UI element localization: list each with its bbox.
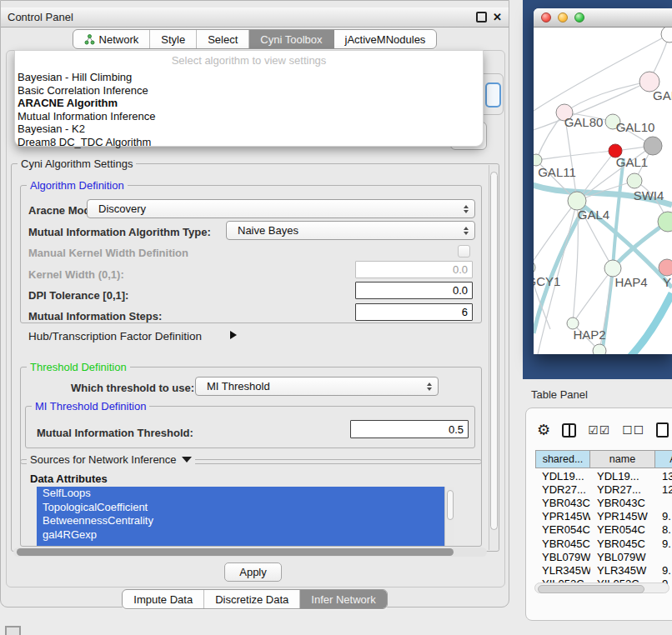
combo-spinner-icon — [464, 205, 469, 213]
cell-value: 12 — [655, 483, 672, 496]
network-node[interactable] — [534, 154, 542, 166]
sources-group-title[interactable]: Sources for Network Inference — [27, 453, 195, 466]
mi-steps-field[interactable] — [355, 303, 473, 321]
table-row[interactable]: YDL19... YDL19... 13 — [535, 469, 672, 482]
window-buttons: ✕ — [476, 12, 509, 22]
close-icon[interactable]: ✕ — [493, 13, 502, 22]
float-window-icon[interactable] — [476, 12, 487, 22]
settings-vscroll-thumb[interactable] — [490, 172, 498, 530]
columns-icon[interactable] — [562, 423, 576, 438]
dropdown-item[interactable]: Bayesian - K2 — [15, 122, 483, 136]
tab-cyni-toolbox[interactable]: Cyni Toolbox — [249, 30, 333, 48]
table-row[interactable]: YBR043C YBR043C — [535, 496, 672, 509]
aracne-mode-combo[interactable]: Discovery — [87, 199, 475, 218]
dropdown-item[interactable]: Bayesian - Hill Climbing — [15, 71, 483, 84]
network-node[interactable] — [534, 261, 535, 274]
kernel-width-field[interactable] — [355, 261, 473, 278]
network-window-titlebar[interactable] — [534, 8, 672, 28]
column-header-shared-name[interactable]: shared... — [535, 450, 590, 468]
tab-network[interactable]: Network — [73, 30, 151, 48]
column-header-name[interactable]: name — [590, 450, 655, 468]
mac-minimize-icon[interactable] — [558, 12, 568, 22]
tab-discretize-data[interactable]: Discretize Data — [204, 590, 300, 608]
dropdown-item[interactable]: Basic Correlation Inference — [15, 84, 483, 98]
tab-select[interactable]: Select — [197, 30, 249, 48]
cell-value: 9. — [655, 564, 672, 577]
cell-name: YDR27... — [590, 483, 655, 496]
data-attributes-list[interactable]: SelfLoops TopologicalCoefficient Between… — [37, 487, 444, 546]
aracne-mode-value: Discovery — [98, 202, 146, 215]
network-node[interactable] — [604, 260, 621, 277]
attribute-item[interactable]: TopologicalCoefficient — [37, 501, 444, 515]
cell-shared-name: YER054C — [535, 523, 590, 536]
minimized-panel-icon[interactable] — [5, 626, 21, 635]
mi-threshold-field[interactable] — [350, 420, 469, 438]
column-header-partial[interactable]: A — [655, 450, 672, 468]
network-node[interactable] — [659, 259, 672, 276]
settings-vertical-scrollbar[interactable] — [489, 165, 499, 550]
apply-button[interactable]: Apply — [224, 562, 282, 582]
dropdown-item[interactable]: Dream8 DC_TDC Algorithm — [15, 136, 483, 149]
select-all-checkboxes-icon[interactable]: ☑☑ — [588, 423, 610, 437]
table-row[interactable]: YLR345W YLR345W 9. — [535, 563, 672, 577]
control-panel-titlebar[interactable]: Control Panel ✕ — [1, 8, 509, 28]
cell-value: 9. — [655, 538, 672, 550]
tab-label: Style — [161, 33, 185, 46]
table-row[interactable]: YPR145W YPR145W 9. — [535, 510, 672, 523]
cell-shared-name: YDL19... — [535, 470, 590, 482]
cell-shared-name: YLR345W — [535, 564, 590, 577]
mac-close-icon[interactable] — [541, 12, 551, 22]
network-graph[interactable]: GAL80 GAL10 GAL1 GAL11 SWI4 GAL4 GCY1 HA… — [534, 28, 672, 354]
tab-style[interactable]: Style — [150, 30, 197, 48]
gear-icon[interactable]: ⚙ — [537, 422, 550, 438]
tab-infer-network[interactable]: Infer Network — [300, 590, 386, 608]
settings-horizontal-scrollbar[interactable] — [13, 548, 487, 557]
deselect-all-checkboxes-icon[interactable]: ☐☐ — [622, 423, 644, 437]
attribute-list-scrollbar[interactable] — [444, 487, 454, 546]
table-row[interactable]: YER054C YER054C 8. — [535, 523, 672, 537]
network-canvas[interactable]: GAL80 GAL10 GAL1 GAL11 SWI4 GAL4 GCY1 HA… — [534, 28, 672, 354]
node-label-cut: GAL — [653, 88, 672, 102]
tab-label: Select — [208, 33, 238, 46]
node-label: GAL10 — [616, 120, 655, 134]
hub-definition-label[interactable]: Hub/Transcription Factor Definition — [28, 330, 202, 342]
network-node[interactable] — [627, 173, 642, 188]
table-row[interactable]: YDR27... YDR27... 12 — [535, 482, 672, 496]
dropdown-item[interactable]: Mutual Information Inference — [15, 110, 483, 123]
attribute-item[interactable]: gal4RGexp — [37, 528, 444, 542]
table-body[interactable]: YDL19... YDL19... 13 YDR27... YDR27... 1… — [535, 469, 672, 584]
node-label-cut: Y — [663, 275, 671, 289]
table-row[interactable]: YBL079W YBL079W — [535, 550, 672, 563]
tab-label: Infer Network — [311, 593, 375, 606]
dpi-tolerance-field[interactable] — [355, 282, 473, 299]
attribute-item[interactable]: BetweennessCentrality — [37, 514, 444, 528]
dropdown-item-selected[interactable]: ARACNE Algorithm — [15, 97, 483, 110]
tab-impute-data[interactable]: Impute Data — [123, 590, 204, 608]
export-table-icon[interactable] — [656, 422, 669, 438]
table-row[interactable]: YBR045C YBR045C 9. — [535, 537, 672, 550]
collapse-down-icon[interactable] — [182, 457, 192, 462]
top-tabs: Network Style Select Cyni Toolbox jActiv… — [73, 29, 438, 49]
network-node[interactable] — [593, 344, 606, 354]
manual-kernel-checkbox[interactable] — [458, 245, 470, 258]
cell-name: YDL19... — [590, 470, 655, 482]
attribute-item[interactable]: SelfLoops — [37, 487, 444, 501]
network-window[interactable]: GAL80 GAL10 GAL1 GAL11 SWI4 GAL4 GCY1 HA… — [534, 8, 672, 354]
mac-zoom-icon[interactable] — [574, 12, 584, 22]
network-node[interactable] — [644, 137, 662, 155]
focused-combo-arrow-fragment[interactable] — [485, 82, 501, 108]
which-threshold-combo[interactable]: MI Threshold — [195, 377, 439, 396]
expand-right-icon[interactable] — [230, 331, 237, 339]
table-panel-title: Table Panel — [531, 388, 588, 401]
network-node[interactable] — [661, 28, 672, 42]
table-toolbar: ⚙ ☑☑ ☐☐ — [537, 418, 669, 442]
which-threshold-label: Which threshold to use: — [71, 382, 194, 394]
tab-jactivemnodules[interactable]: jActiveMNodules — [334, 30, 437, 48]
algorithm-definition-title-text: Algorithm Definition — [30, 179, 124, 192]
table-horizontal-scrollbar[interactable] — [534, 582, 669, 593]
mi-threshold-group-title: MI Threshold Definition — [32, 400, 149, 412]
table-hscroll-thumb[interactable] — [538, 585, 644, 593]
settings-hscroll-thumb[interactable] — [17, 548, 454, 556]
mi-type-combo[interactable]: Naive Bayes — [226, 221, 475, 240]
attribute-list-scroll-thumb[interactable] — [447, 490, 454, 520]
